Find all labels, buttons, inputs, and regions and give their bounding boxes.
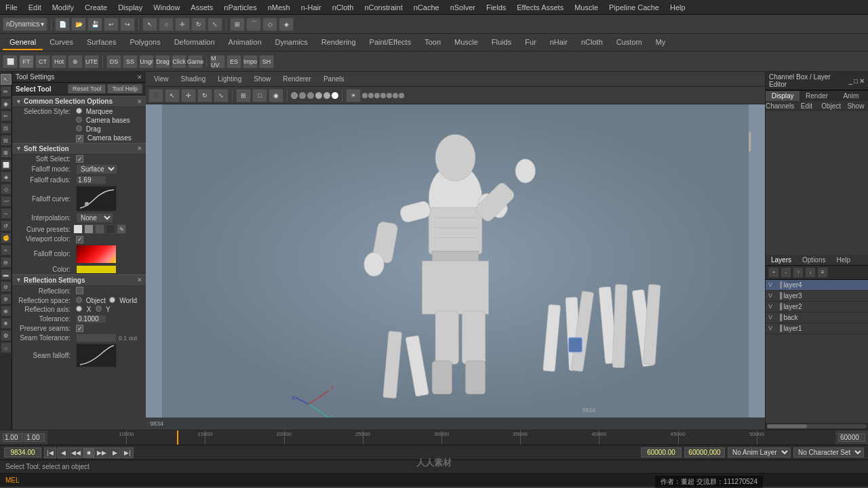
vp-dm1[interactable]	[362, 93, 368, 98]
redo-btn[interactable]: ↪	[120, 18, 135, 31]
icon-ds[interactable]: DS	[106, 55, 121, 68]
stop-btn[interactable]: ■	[83, 447, 95, 458]
vp-scale[interactable]: ⤡	[214, 89, 229, 102]
vp-rotate[interactable]: ↻	[197, 89, 212, 102]
tab-fluids[interactable]: Fluids	[485, 35, 518, 50]
vp-mode6[interactable]	[332, 92, 338, 99]
radio-x[interactable]	[76, 306, 82, 312]
tool-select[interactable]: ↖	[1, 74, 12, 85]
icon3[interactable]: CT	[35, 55, 50, 68]
save-btn[interactable]: 💾	[87, 18, 102, 31]
vp-mode4[interactable]	[315, 92, 322, 99]
icon-sh[interactable]: SH	[259, 55, 274, 68]
layer-delete[interactable]: -	[781, 267, 791, 278]
tool-offset[interactable]: ⊟	[1, 135, 12, 146]
menu-display[interactable]: Display	[113, 2, 148, 13]
falloff-color-swatch[interactable]	[76, 245, 117, 264]
vp-camera[interactable]: 🎥	[149, 89, 163, 102]
tab-channels[interactable]: Channels	[766, 101, 794, 111]
snap-point[interactable]: ◇	[262, 18, 277, 31]
icon-click[interactable]: Click	[172, 55, 186, 68]
layer-item-2[interactable]: V ▐ layer2	[766, 302, 868, 312]
falloff-curve-widget[interactable]	[76, 186, 117, 211]
vp-select[interactable]: ↖	[165, 89, 180, 102]
tool-help-btn[interactable]: Tool Help	[107, 84, 142, 94]
preset3[interactable]	[95, 224, 104, 234]
tool-grab[interactable]: ✊	[1, 232, 12, 243]
tool-home[interactable]: ⌂	[1, 342, 12, 353]
prev-key-btn[interactable]: |◀	[44, 447, 56, 458]
tab-painteffects[interactable]: Paint/Effects	[363, 35, 418, 50]
tab-muscle[interactable]: Muscle	[448, 35, 485, 50]
layer-scrollbar[interactable]	[766, 423, 868, 430]
vp-dm4[interactable]	[380, 93, 386, 98]
vp-dm2[interactable]	[368, 93, 374, 98]
refl-section-close[interactable]: ✕	[137, 277, 142, 283]
icon2[interactable]: FT	[19, 55, 34, 68]
next-frame-btn[interactable]: ▶	[108, 447, 121, 458]
menu-ncloth[interactable]: nCloth	[327, 2, 359, 13]
vp-mode3[interactable]	[307, 92, 314, 99]
vp-dm6[interactable]	[393, 93, 398, 98]
icon4[interactable]: Hot	[52, 55, 66, 68]
layer-item-1[interactable]: V ▐ layer1	[766, 323, 868, 334]
layer-tab-options[interactable]: Options	[797, 255, 831, 265]
vp-menu-shading[interactable]: Shading	[176, 74, 212, 84]
preset4[interactable]	[106, 224, 115, 234]
tool-pinch[interactable]: ⊖	[1, 257, 12, 268]
tool-knife[interactable]: ✂	[1, 110, 12, 121]
radio-drag[interactable]	[76, 125, 82, 131]
tool-paint[interactable]: ✏	[1, 86, 12, 97]
chk-camera-bases[interactable]: ✓	[76, 135, 83, 142]
color-swatch[interactable]	[76, 265, 117, 274]
tab-display[interactable]: Display	[766, 91, 800, 101]
icon5[interactable]: ⊕	[68, 55, 83, 68]
tool-bevel[interactable]: ◇	[1, 184, 12, 195]
tab-deformation[interactable]: Deformation	[167, 35, 222, 50]
tool-bulge[interactable]: ⊕	[1, 306, 12, 317]
common-section-close[interactable]: ✕	[137, 98, 142, 105]
scrollbar-track[interactable]	[767, 424, 867, 428]
icon-game[interactable]: Game	[188, 55, 203, 68]
menu-help[interactable]: Help	[665, 2, 691, 13]
tool-crease[interactable]: 〰	[1, 196, 12, 207]
timeline-range-start[interactable]	[838, 433, 865, 442]
tab-fur[interactable]: Fur	[518, 35, 543, 50]
next-key-btn[interactable]: ▶|	[121, 447, 134, 458]
vp-menu-panels[interactable]: Panels	[318, 74, 350, 84]
tab-toon[interactable]: Toon	[418, 35, 448, 50]
play-fwd-btn[interactable]: ▶▶	[96, 447, 108, 458]
vp-dm5[interactable]	[387, 93, 392, 98]
scrollbar-thumb[interactable]	[767, 424, 807, 428]
vp-mode1[interactable]	[291, 92, 298, 99]
icon1[interactable]: ⬜	[3, 55, 18, 68]
layer-move-down[interactable]: ↓	[805, 267, 816, 278]
menu-nhair[interactable]: n-Hair	[296, 2, 327, 13]
icon-ungr[interactable]: Ungr	[139, 55, 154, 68]
menu-nconstraint[interactable]: nConstraint	[359, 2, 408, 13]
menu-assets[interactable]: Assets	[185, 2, 218, 13]
icon-muv[interactable]: M UV	[210, 55, 225, 68]
menu-effects[interactable]: Effects Assets	[511, 2, 569, 13]
range-end2-input[interactable]	[684, 447, 725, 458]
scale-btn[interactable]: ⤡	[208, 18, 222, 31]
undo-btn[interactable]: ↩	[104, 18, 119, 31]
falloff-mode-select[interactable]: Surface Volume Global	[76, 164, 117, 174]
menu-fields[interactable]: Fields	[481, 2, 511, 13]
layer-tab-layers[interactable]: Layers	[766, 255, 797, 265]
vp-smooth[interactable]: ◉	[269, 89, 283, 102]
menu-muscle[interactable]: Muscle	[569, 2, 604, 13]
module-dropdown[interactable]: nDynamics ▾	[3, 18, 47, 31]
tab-anim[interactable]: Anim	[834, 91, 868, 101]
menu-modify[interactable]: Modify	[47, 2, 79, 13]
current-frame-input[interactable]	[4, 447, 41, 458]
snap-curve[interactable]: ⌒	[246, 18, 261, 31]
maximize-icon[interactable]: □	[854, 77, 858, 85]
menu-pipeline[interactable]: Pipeline Cache	[604, 2, 665, 13]
viewport-3d[interactable]: 人人素材 人人素材 人人素材 人人素材 人人素材 人人素材 人人素材 人人素材 …	[146, 104, 765, 418]
tool-bridge[interactable]: ⊞	[1, 147, 12, 158]
vp-light[interactable]: ☀	[346, 89, 361, 102]
chk-preserve-seams[interactable]: ✓	[76, 325, 83, 332]
menu-nsolver[interactable]: nSolver	[445, 2, 481, 13]
tool-loop[interactable]: ⊡	[1, 123, 12, 134]
